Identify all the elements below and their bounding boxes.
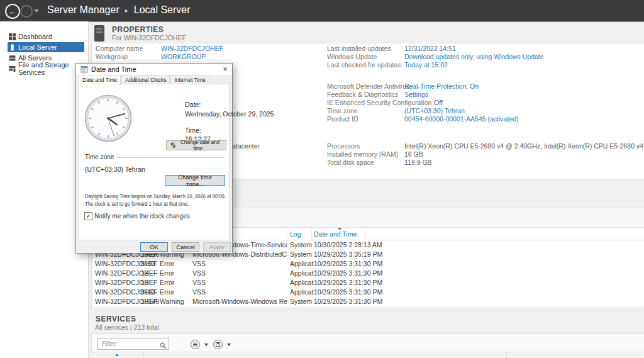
change-time-zone-button[interactable]: Change time zone...	[165, 175, 225, 186]
table-row[interactable]: WIN-32DFDCJOHEF8193ErrorVSSApplication10…	[92, 288, 643, 298]
tab-additional-clocks[interactable]: Additional Clocks	[121, 75, 170, 84]
save-icon	[213, 340, 223, 349]
services-summary: All services | 213 total	[95, 323, 159, 331]
dashboard-grid-icon	[9, 33, 16, 40]
title-bar: ← → Server Manager ▸ Local Server	[0, 0, 644, 22]
event-id-cell: 13	[141, 279, 148, 286]
property-value: Off	[434, 99, 443, 106]
source-cell: VSS	[192, 288, 287, 296]
notify-checkbox-label: Notify me when the clock changes	[94, 213, 190, 220]
property-label: Feedback & Diagnostics	[327, 91, 398, 98]
page-title: Local Server	[134, 4, 191, 16]
datetime-cell: 10/30/2025 2:28:13 AM	[314, 241, 384, 249]
property-value[interactable]: Real-Time Protection: On	[404, 82, 479, 90]
severity-cell: Warning	[160, 298, 184, 305]
sidebar-item-file-and-storage-services[interactable]: File and Storage Services	[0, 64, 88, 74]
time-label: Time:	[185, 126, 201, 134]
dst-text-line2: The clock is set to go forward 1 hour at…	[85, 201, 189, 207]
search-icon[interactable]	[160, 340, 167, 352]
change-date-time-label: Change date and time...	[178, 139, 222, 152]
calendar-icon	[80, 65, 88, 73]
cancel-button[interactable]: Cancel	[172, 242, 199, 252]
datetime-cell: 10/29/2025 3:35:19 PM	[314, 250, 384, 258]
storage-services-icon	[9, 65, 16, 72]
table-row[interactable]: WIN-32DFDCJOHEF13ErrorVSSApplication10/2…	[92, 269, 643, 279]
column-divider	[506, 352, 507, 358]
table-row[interactable]: WIN-32DFDCJOHEF10149WarningMicrosoft-Win…	[92, 297, 643, 307]
back-icon[interactable]: ←	[5, 4, 20, 19]
log-cell: System	[290, 298, 314, 305]
sidebar-item-local-server[interactable]: Local Server	[0, 42, 88, 52]
dialog-title-bar[interactable]: Date and Time ×	[76, 64, 232, 75]
property-value[interactable]: 12/31/2022 14:51	[404, 45, 456, 52]
events-column-datetime[interactable]: Date and Time	[314, 230, 357, 238]
dst-text-line1: Daylight Saving Time begins on Sunday, M…	[85, 193, 226, 199]
property-value[interactable]: Today at 15:02	[404, 61, 448, 69]
log-cell: System	[290, 241, 314, 249]
services-heading: SERVICES	[96, 315, 136, 323]
tab-internet-time[interactable]: Internet Time	[170, 75, 209, 84]
date-label: Date:	[185, 101, 201, 108]
event-id-cell: 10149	[141, 298, 159, 305]
filter-input[interactable]	[101, 339, 158, 349]
datetime-cell: 10/29/2025 3:31:30 PM	[314, 288, 384, 296]
close-icon[interactable]: ×	[218, 64, 232, 75]
events-column-log[interactable]: Log	[290, 230, 301, 238]
column-divider	[311, 228, 312, 240]
table-row[interactable]: WIN-32DFDCJOHEF13ErrorVSSApplication10/2…	[92, 278, 643, 288]
source-cell: VSS	[192, 279, 287, 286]
tab-date-and-time[interactable]: Date and Time	[79, 75, 121, 85]
source-cell: VSS	[192, 269, 287, 277]
uac-shield-icon	[170, 142, 176, 148]
date-value: Wednesday, October 29, 2025	[185, 110, 274, 118]
server-icon	[9, 44, 16, 51]
change-date-time-button[interactable]: Change date and time...	[166, 140, 226, 150]
app-title: Server Manager	[47, 4, 119, 16]
list-icon	[191, 340, 200, 349]
ok-button[interactable]: OK	[140, 242, 168, 252]
forward-icon[interactable]: →	[20, 5, 33, 18]
property-label: Processors	[327, 142, 360, 150]
chevron-down-icon	[227, 344, 231, 346]
property-label: Last checked for updates	[327, 61, 401, 69]
property-value: Intel(R) Xeon(R) CPU E5-2680 v4 @ 2.40GH…	[404, 142, 643, 150]
chevron-down-icon	[204, 344, 208, 346]
property-value[interactable]: Settings	[404, 91, 428, 98]
sidebar-item-dashboard[interactable]: Dashboard	[0, 31, 88, 42]
column-divider	[143, 352, 144, 358]
list-filter-button[interactable]	[191, 340, 208, 349]
apply-button[interactable]: Apply	[203, 242, 231, 252]
property-label: Workgroup	[96, 53, 128, 60]
source-cell: Microsoft-Windows-Windows Remote Managem…	[192, 298, 287, 305]
severity-cell: Error	[160, 288, 174, 296]
event-id-cell: 13	[141, 269, 148, 277]
property-value[interactable]: 00454-60000-00001-AA545 (activated)	[404, 115, 519, 123]
sort-desc-icon	[338, 228, 341, 230]
severity-cell: Error	[160, 279, 174, 286]
all-servers-icon	[9, 55, 16, 62]
properties-subheading: For WIN-32DFDCJOHEF	[112, 34, 186, 42]
property-value[interactable]: (UTC+03:30) Tehran	[404, 107, 465, 115]
table-row[interactable]: WIN-32DFDCJOHEF8193ErrorVSSApplication10…	[92, 259, 643, 269]
change-time-zone-label: Change time zone...	[169, 174, 221, 187]
property-label: Total disk space	[327, 159, 374, 166]
timezone-group-label: Time zone	[85, 154, 114, 160]
property-value[interactable]: Download updates only, using Windows Upd…	[404, 53, 544, 60]
property-value[interactable]: WIN-32DFDCJOHEF	[161, 45, 223, 52]
property-value[interactable]: WORKGROUP	[161, 53, 206, 60]
log-cell: System	[290, 250, 314, 258]
properties-heading: PROPERTIES	[112, 25, 164, 34]
save-query-button[interactable]	[213, 340, 231, 349]
column-divider	[287, 228, 287, 240]
datetime-cell: 10/29/2025 3:31:30 PM	[314, 279, 384, 286]
property-label: Installed memory (RAM)	[327, 150, 398, 158]
services-filter	[97, 338, 169, 350]
server-manager-window: ← → Server Manager ▸ Local Server Dashbo…	[0, 0, 644, 358]
source-cell: VSS	[192, 260, 287, 267]
dialog-tab-page: Date: Wednesday, October 29, 2025 Time: …	[79, 84, 230, 240]
breadcrumb: Server Manager ▸ Local Server	[47, 4, 191, 16]
property-value: 119.9 GB	[404, 159, 432, 166]
property-label: Windows Update	[327, 53, 377, 60]
chevron-down-icon[interactable]	[34, 9, 39, 13]
notify-checkbox[interactable]: ✓	[84, 212, 92, 220]
